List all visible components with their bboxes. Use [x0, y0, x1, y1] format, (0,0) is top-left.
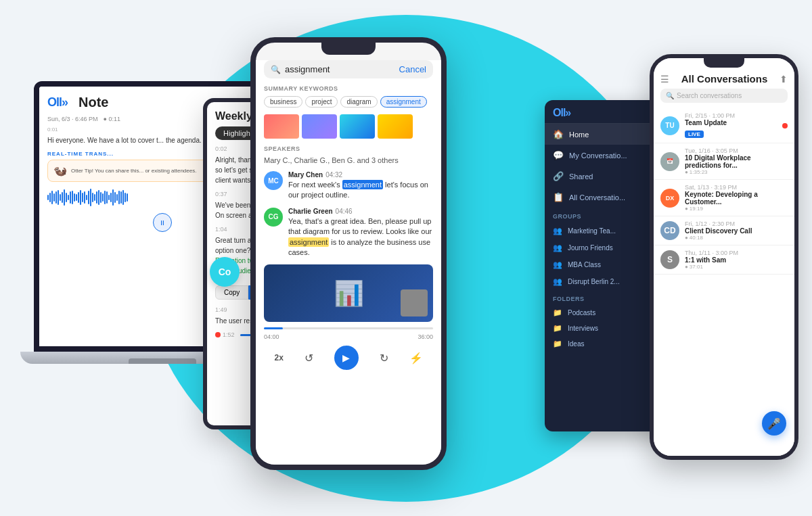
convo-item-sam[interactable]: S Thu, 1/11 · 3:00 PM 1:1 with Sam ●37:0… — [654, 245, 794, 275]
transcript-text-2: Yea, that's a great idea. Ben, please pu… — [288, 216, 433, 258]
timeline-end: 36:00 — [418, 333, 433, 340]
search-icon: 🔍 — [271, 65, 281, 74]
right-phone-notch — [704, 58, 744, 68]
thumbnail-row — [264, 114, 433, 139]
assignment-highlight-2: assignment — [288, 237, 329, 247]
convo-name-5: 1:1 with Sam — [685, 256, 788, 264]
wave-bar — [84, 191, 85, 204]
keyword-chips: business project diagram assignment — [264, 96, 433, 108]
mic-fab-button[interactable]: 🎤 — [762, 411, 786, 436]
cancel-button[interactable]: Cancel — [399, 64, 426, 74]
wave-bar — [62, 192, 63, 203]
wave-bar — [74, 193, 75, 202]
convo-body-4: Fri, 1/12 · 2:30 PM Client Discovery Cal… — [685, 220, 788, 241]
tip-text: Otter Tip! You can share this... or exis… — [71, 168, 196, 174]
video-thumbnail[interactable]: 📊 — [264, 264, 433, 322]
folder-icon: 📁 — [553, 324, 562, 333]
folder-ideas-label: Ideas — [568, 340, 584, 348]
convo-name-3: Keynote: Developing a Customer... — [685, 191, 788, 206]
convo-item-keynote[interactable]: DX Sat, 1/13 · 3:19 PM Keynote: Developi… — [654, 180, 794, 216]
center-phone: 🔍 assignment Cancel SUMMARY KEYWORDS bus… — [250, 37, 447, 470]
avatar-mary-chen: MC — [264, 171, 283, 190]
my-conv-icon: 💬 — [553, 150, 564, 160]
wave-bar — [110, 193, 112, 202]
folder-icon: 📁 — [553, 339, 562, 348]
group-icon: 👥 — [553, 260, 562, 269]
back-icon[interactable]: ☰ — [660, 74, 669, 85]
chip-business[interactable]: business — [264, 96, 302, 108]
transcript-text-1: For next week's assignment let's focus o… — [288, 180, 433, 201]
thumbnail-3[interactable] — [340, 114, 375, 139]
speaker-name-2: Charlie Green04:46 — [288, 208, 433, 215]
search-bar[interactable]: 🔍 assignment Cancel — [264, 60, 433, 78]
convo-time-2: Tue, 1/16 · 3:05 PM — [685, 147, 788, 154]
group-mba-label: MBA Class — [568, 261, 601, 268]
home-icon: 🏠 — [553, 129, 564, 139]
laptop-duration: ● 0:11 — [104, 116, 120, 122]
right-phone: ☰ All Conversations ⬆ 🔍 Search conversat… — [650, 54, 798, 460]
convo-body-3: Sat, 1/13 · 3:19 PM Keynote: Developing … — [685, 184, 788, 212]
convo-item-team-update[interactable]: TU Fri, 2/15 · 1:00 PM Team Update LIVE — [654, 108, 794, 143]
convo-time-1: Fri, 2/15 · 1:00 PM — [685, 112, 777, 119]
wave-bar — [82, 193, 83, 202]
wave-bar — [72, 191, 73, 204]
timeline-progress — [264, 327, 283, 329]
wave-bar — [114, 192, 116, 203]
wave-bar — [58, 190, 59, 205]
phone-content: 🔍 assignment Cancel SUMMARY KEYWORDS bus… — [256, 60, 441, 465]
sidebar-home-label: Home — [569, 131, 589, 139]
speakers-label: SPEAKERS — [264, 145, 433, 152]
wave-bar — [80, 190, 81, 205]
assignment-highlight-1: assignment — [342, 180, 383, 189]
wave-bar — [104, 191, 106, 204]
convo-body-2: Tue, 1/16 · 3:05 PM 10 Digital Workplace… — [685, 147, 788, 175]
upload-icon[interactable]: ⬆ — [780, 74, 788, 85]
wave-bar — [116, 194, 118, 201]
speed-label[interactable]: 2x — [274, 353, 283, 362]
right-phone-content: ☰ All Conversations ⬆ 🔍 Search conversat… — [654, 58, 794, 456]
video-timeline[interactable] — [264, 327, 433, 329]
chip-diagram[interactable]: diagram — [340, 96, 377, 108]
convo-item-client-discovery[interactable]: CD Fri, 1/12 · 2:30 PM Client Discovery … — [654, 216, 794, 245]
sidebar-shared-label: Shared — [569, 172, 593, 181]
avatar-sam: S — [660, 250, 679, 269]
wave-bar — [53, 193, 55, 202]
rewind-icon[interactable]: ↺ — [304, 352, 313, 365]
wave-bar — [94, 194, 95, 201]
copy-button[interactable]: Copy — [215, 285, 248, 300]
laptop-note-title: Note — [78, 95, 108, 110]
convo-duration-2: ●1:35:23 — [685, 169, 788, 175]
thumbnail-1[interactable] — [264, 114, 299, 139]
wave-bar — [98, 190, 99, 205]
group-disrupt-label: Disrupt Berlin 2... — [568, 278, 620, 285]
forward-icon[interactable]: ↻ — [380, 352, 388, 365]
convo-body-5: Thu, 1/11 · 3:00 PM 1:1 with Sam ●37:01 — [685, 250, 788, 270]
avatar-10digital: 📅 — [660, 152, 679, 171]
chip-project[interactable]: project — [305, 96, 338, 108]
wave-bar — [106, 191, 108, 204]
video-diagram-icon: 📊 — [334, 279, 364, 308]
wave-bar — [120, 191, 122, 204]
group-marketing-label: Marketing Tea... — [568, 227, 616, 235]
record-dot — [215, 332, 221, 337]
thumbnail-4[interactable] — [378, 114, 413, 139]
video-person-thumb — [401, 289, 428, 316]
playback-controls: 2x ↺ ▶ ↻ ⚡ — [264, 346, 433, 370]
wave-bar — [76, 194, 77, 201]
laptop-date: Sun, 6/3 · 6:46 PM — [47, 116, 98, 122]
pause-button[interactable]: ⏸ — [153, 213, 172, 232]
conversations-search[interactable]: 🔍 Search conversations — [660, 89, 788, 103]
summary-keywords-label: SUMMARY KEYWORDS — [264, 85, 433, 92]
sidebar-all-conv-label: All Conversatio... — [569, 193, 625, 202]
convo-item-10digital[interactable]: 📅 Tue, 1/16 · 3:05 PM 10 Digital Workpla… — [654, 143, 794, 180]
speaker-name-1: Mary Chen04:32 — [288, 171, 433, 179]
tip-icon: 🦦 — [53, 164, 67, 177]
speed-adjust-icon[interactable]: ⚡ — [409, 352, 423, 365]
play-button[interactable]: ▶ — [334, 346, 359, 370]
wave-bar — [51, 191, 53, 204]
speakers-section: SPEAKERS Mary C., Charlie G., Ben G. and… — [264, 145, 433, 164]
right-phone-shell: ☰ All Conversations ⬆ 🔍 Search conversat… — [650, 54, 798, 460]
wave-bar — [86, 195, 87, 200]
thumbnail-2[interactable] — [302, 114, 337, 139]
chip-assignment[interactable]: assignment — [380, 96, 427, 108]
